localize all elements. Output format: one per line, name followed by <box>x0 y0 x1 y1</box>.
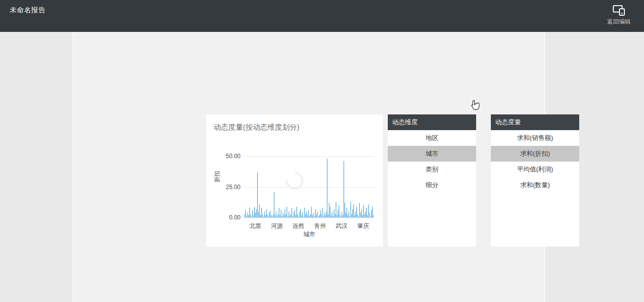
chart-bar <box>252 210 253 218</box>
chart-bar <box>297 214 298 218</box>
chart-bar <box>291 214 291 218</box>
measure-option-sum-discount[interactable]: 求和(折扣) <box>491 146 579 162</box>
dimension-option-segment[interactable]: 细分 <box>388 177 476 193</box>
chart-bar <box>328 214 328 218</box>
chart-bar <box>337 215 337 218</box>
chart-bar <box>269 213 269 218</box>
chart-bar <box>371 210 372 218</box>
chart-bar <box>301 215 302 218</box>
chart-bar <box>335 214 335 218</box>
chart-bar <box>281 210 281 218</box>
chart-bar <box>358 217 359 218</box>
chart-bar <box>323 217 323 218</box>
chart-bar <box>359 203 360 218</box>
chart-bar <box>245 210 246 218</box>
chart-bar <box>338 210 338 218</box>
chart-bar <box>321 214 322 218</box>
measure-option-sum-quantity[interactable]: 求和(数量) <box>491 177 579 193</box>
x-axis-label: 城市 <box>244 230 374 239</box>
chart-bar <box>288 217 288 218</box>
dimension-option-category[interactable]: 类别 <box>388 162 476 177</box>
dimension-option-region[interactable]: 地区 <box>388 130 476 146</box>
chart-bar <box>329 203 329 218</box>
chart-bar <box>318 217 319 218</box>
chart-bar <box>283 213 283 218</box>
chart-bar <box>263 217 264 218</box>
chart-bar <box>271 215 271 218</box>
chart-bar <box>365 212 366 218</box>
chart-bar <box>266 209 267 218</box>
chart-bar <box>292 208 292 218</box>
measure-panel: 动态度量 求和(销售额) 求和(折扣) 平均值(利润) 求和(数量) <box>491 114 579 247</box>
chart-bar <box>308 210 309 218</box>
chart-bar <box>341 217 341 218</box>
chart-bar <box>370 217 371 218</box>
dimension-option-city[interactable]: 城市 <box>388 146 476 162</box>
chart-bar <box>324 213 324 218</box>
back-to-edit-button[interactable]: 返回编辑 <box>602 5 636 26</box>
chart-bar <box>349 212 349 218</box>
chart-bar <box>313 213 314 218</box>
chart-bar <box>314 217 315 218</box>
chart-bar <box>354 215 355 218</box>
chart-bar <box>249 208 250 218</box>
chart-bar <box>272 217 272 218</box>
chart-bar <box>246 217 247 218</box>
chart-bar <box>327 159 327 218</box>
y-axis-label: 折扣 <box>213 175 221 183</box>
chart-bar <box>260 215 261 218</box>
chart-bar <box>279 208 279 218</box>
chart-bar <box>299 212 300 218</box>
chart-bar <box>334 209 334 218</box>
chart-bar <box>253 215 254 218</box>
x-tick: 连然 <box>288 222 309 230</box>
chart-bar <box>265 215 266 218</box>
chart-bar <box>254 207 255 218</box>
chart-bar <box>289 212 289 218</box>
chart-bar <box>258 212 259 218</box>
chart-bar <box>306 212 307 218</box>
chart-bar <box>357 214 358 218</box>
chart-bar <box>366 208 367 218</box>
measure-option-sum-sales[interactable]: 求和(销售额) <box>491 130 579 146</box>
chart-bar <box>367 215 368 218</box>
chart-bar <box>331 215 331 218</box>
x-tick: 青州 <box>309 222 331 230</box>
dimension-panel: 动态维度 地区 城市 类别 细分 <box>388 114 476 247</box>
chart-bar <box>340 214 340 218</box>
chart-bar <box>286 214 286 218</box>
chart-bar <box>320 210 321 218</box>
chart-bar <box>364 214 365 218</box>
devices-icon <box>613 5 625 16</box>
x-tick: 肇庆 <box>352 222 374 230</box>
chart-bar <box>363 205 364 218</box>
x-tick: 河源 <box>266 222 288 230</box>
chart-bar <box>311 207 312 218</box>
y-tick-0: 0.00 <box>212 215 241 220</box>
chart-bar <box>344 161 344 218</box>
report-canvas: 动态度量(按动态维度划分) 折扣 50.00 25.00 0.00 北票 河源 … <box>73 32 545 302</box>
chart-bar <box>293 217 293 218</box>
x-tick-labels: 北票 河源 连然 青州 武汉 肇庆 <box>244 222 374 230</box>
chart-bar <box>290 215 290 218</box>
chart-bar <box>303 217 304 218</box>
chart-bar <box>247 213 248 218</box>
chart-bar <box>348 215 348 218</box>
chart-bar <box>360 213 361 218</box>
measure-panel-header: 动态度量 <box>491 114 579 130</box>
chart-bar <box>361 209 362 218</box>
chart-bar <box>330 207 330 218</box>
chart-bar <box>267 214 268 218</box>
chart-bar <box>244 214 245 218</box>
measure-option-avg-profit[interactable]: 平均值(利润) <box>491 162 579 177</box>
chart-bar <box>274 192 274 218</box>
chart-bar <box>278 214 278 218</box>
chart-bar <box>312 215 313 218</box>
chart-bar <box>300 209 301 218</box>
chart-bar <box>373 215 374 218</box>
chart-bar <box>302 213 303 218</box>
chart-bar <box>277 217 277 218</box>
chart-bar <box>285 209 285 218</box>
chart-bar <box>332 212 332 218</box>
chart-bar <box>326 212 326 218</box>
